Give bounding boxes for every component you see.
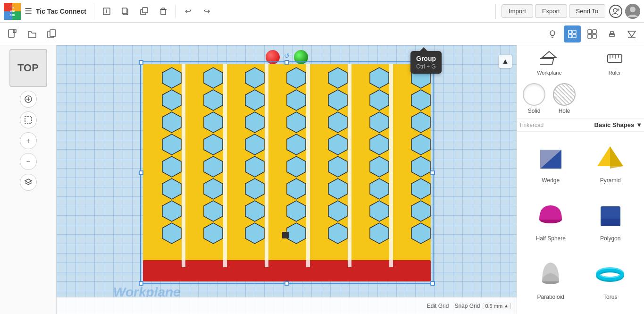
board-wrapper: ↺	[143, 64, 431, 281]
left-sidebar: TOP ＋ －	[0, 45, 57, 314]
canvas-area[interactable]: Workplane ▲	[57, 45, 517, 314]
align-button[interactable]	[603, 25, 620, 42]
category-selector[interactable]: Basic Shapes ▼	[594, 121, 642, 128]
layers-button[interactable]	[20, 174, 37, 191]
duplicate-design-button[interactable]	[43, 25, 60, 42]
redo-button[interactable]: ↪	[199, 3, 216, 20]
shape-item-wedge[interactable]: Wedge	[523, 137, 579, 192]
open-file-button[interactable]	[24, 25, 41, 42]
svg-point-16	[613, 8, 617, 12]
top-pieces	[266, 50, 308, 64]
shape-item-paraboloid[interactable]: Paraboloid	[523, 254, 579, 308]
svg-marker-118	[610, 146, 623, 169]
user-area	[609, 4, 640, 19]
shape-item-polygon[interactable]: Polygon	[583, 195, 639, 250]
logo-area: TIN KER CAD ☰ Tic Tac Connect	[4, 3, 94, 20]
zoom-in-button[interactable]: ＋	[20, 132, 37, 149]
wedge-icon	[534, 141, 567, 174]
svg-marker-36	[628, 31, 636, 37]
svg-rect-13	[161, 9, 166, 15]
tooltip-arrow	[420, 47, 427, 51]
solid-button[interactable]: Solid	[523, 83, 545, 114]
hole-button[interactable]: Hole	[553, 83, 576, 114]
send-to-button[interactable]: Send To	[569, 4, 605, 18]
handle-bm[interactable]	[284, 281, 289, 286]
select-button[interactable]	[20, 111, 37, 128]
top-bar: TIN KER CAD ☰ Tic Tac Connect ↩ ↪ Import…	[0, 0, 644, 23]
svg-rect-12	[142, 8, 148, 13]
edit-grid-button[interactable]: Edit Grid	[427, 303, 449, 309]
flip-button[interactable]	[623, 25, 640, 42]
new-file-button[interactable]	[4, 25, 21, 42]
svg-rect-45	[182, 64, 185, 267]
view-indicator[interactable]: TOP	[9, 49, 47, 87]
svg-point-24	[550, 31, 555, 35]
undo-button[interactable]: ↩	[180, 3, 197, 20]
game-board	[143, 64, 431, 281]
hole-circle	[553, 83, 576, 106]
import-button[interactable]: Import	[502, 4, 533, 18]
svg-rect-107	[282, 232, 289, 238]
export-button[interactable]: Export	[535, 4, 567, 18]
group-tooltip: Group Ctrl + G	[410, 51, 442, 74]
zoom-fit-button[interactable]	[20, 91, 37, 108]
svg-rect-15	[162, 8, 165, 9]
tooltip-shortcut: Ctrl + G	[416, 63, 436, 70]
snap-value-display[interactable]: 0.5 mm ▲	[483, 303, 511, 309]
handle-br[interactable]	[430, 281, 435, 286]
svg-rect-108	[540, 59, 554, 64]
paraboloid-label: Paraboloid	[537, 294, 564, 300]
polygon-icon	[594, 199, 627, 232]
solid-label: Solid	[528, 108, 541, 114]
handle-bl[interactable]	[139, 281, 143, 286]
svg-marker-42	[25, 179, 32, 183]
shapes-library-header: Tinkercad Basic Shapes ▼	[517, 119, 644, 132]
ungroup-button[interactable]	[584, 25, 601, 42]
tooltip-title: Group	[416, 55, 436, 62]
svg-rect-28	[573, 34, 576, 38]
solid-circle	[523, 83, 545, 106]
snap-chevron: ▲	[504, 303, 509, 308]
delete-button[interactable]	[155, 3, 172, 20]
handle-rm[interactable]	[430, 170, 435, 175]
group-button[interactable]	[564, 25, 581, 42]
svg-text:CAD: CAD	[10, 14, 15, 17]
shapes-grid: Wedge Pyramid	[517, 132, 644, 314]
copy-button[interactable]	[117, 3, 134, 20]
svg-rect-31	[588, 34, 592, 38]
add-user-button[interactable]	[609, 5, 622, 18]
paraboloid-icon	[534, 258, 567, 291]
menu-icon[interactable]: ☰	[25, 6, 32, 17]
svg-text:KER: KER	[10, 10, 15, 13]
svg-rect-41	[25, 117, 32, 123]
halfsphere-label: Half Sphere	[536, 235, 566, 242]
canvas-bottom-bar: Edit Grid Snap Grid 0.5 mm ▲	[57, 297, 517, 314]
toolbar-divider	[176, 5, 176, 18]
svg-rect-10	[122, 8, 127, 14]
user-avatar[interactable]	[625, 4, 640, 19]
shape-item-torus[interactable]: Torus	[583, 254, 639, 308]
halfsphere-icon	[534, 199, 567, 232]
tinkercad-logo: TIN KER CAD	[4, 3, 21, 20]
shape-item-halfsphere[interactable]: Half Sphere	[523, 195, 579, 250]
green-piece	[294, 50, 308, 64]
torus-icon	[594, 258, 627, 291]
svg-rect-26	[573, 30, 576, 34]
workplane-button[interactable]: Workplane	[533, 47, 565, 77]
app-title: Tic Tac Connect	[36, 8, 86, 15]
workplane-icon	[540, 49, 559, 68]
red-piece	[266, 50, 280, 64]
hole-label: Hole	[559, 108, 570, 114]
new-button[interactable]	[98, 3, 115, 20]
svg-rect-121	[601, 219, 620, 226]
zoom-out-button[interactable]: －	[20, 153, 37, 170]
svg-rect-48	[306, 64, 310, 267]
duplicate-button[interactable]	[136, 3, 153, 20]
ruler-button[interactable]: Ruler	[602, 47, 628, 77]
pyramid-icon	[594, 141, 627, 174]
top-right-actions: Import Export Send To	[495, 4, 640, 19]
svg-rect-30	[593, 30, 596, 34]
svg-text:TIN: TIN	[10, 6, 14, 9]
shape-item-pyramid[interactable]: Pyramid	[583, 137, 639, 192]
light-bulb-button[interactable]	[544, 25, 561, 42]
